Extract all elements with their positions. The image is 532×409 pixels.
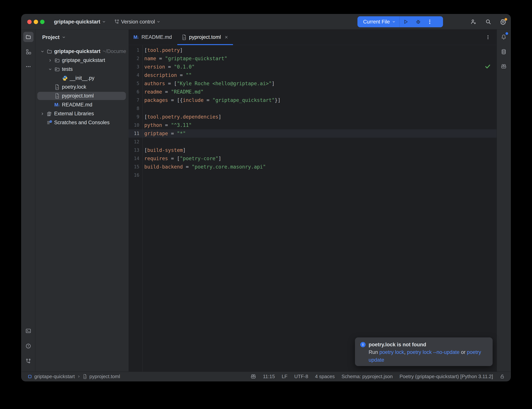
code-line-5: 5authors = ["Kyle Roche <hello@griptape.…	[128, 79, 497, 88]
tab-readme-md[interactable]: M↓README.md	[128, 29, 177, 45]
tree-item-griptape-quickstart[interactable]: griptape_quickstart	[35, 56, 128, 65]
notification-link-poetry-lock-no-update[interactable]: poetry lock --no-update	[407, 349, 460, 355]
run-button[interactable]	[399, 19, 412, 25]
tree-item-label: griptape_quickstart	[62, 57, 105, 63]
ide-window: griptape-quickstart Version control Curr…	[21, 14, 511, 381]
traffic-light-zoom[interactable]	[40, 20, 45, 24]
tree-item-scratches-and-consoles[interactable]: Scratches and Consoles	[35, 118, 128, 127]
python-interpreter-widget[interactable]: Poetry (griptape-quickstart) [Python 3.1…	[399, 374, 493, 380]
run-configuration-selector[interactable]: Current File	[358, 19, 395, 25]
traffic-light-minimize[interactable]	[34, 20, 38, 24]
title-bar: griptape-quickstart Version control Curr…	[21, 14, 511, 29]
editor-area: M↓README.md[T]pyproject.toml 1[tool.poet…	[128, 29, 497, 372]
tree-item-label: pyproject.toml	[62, 93, 94, 99]
code-line-text: name = "griptape-quickstart"	[142, 56, 227, 61]
code-line-15: 15build-backend = "poetry.core.masonry.a…	[128, 163, 497, 171]
settings-button[interactable]	[500, 19, 506, 25]
python-icon	[61, 75, 69, 81]
notifications-button[interactable]	[499, 32, 509, 42]
notification-link-poetry-lock[interactable]: poetry lock	[379, 349, 404, 355]
add-account-button[interactable]	[470, 19, 477, 25]
project-menu[interactable]: griptape-quickstart	[54, 19, 106, 25]
line-number: 6	[128, 89, 142, 94]
line-number: 2	[128, 56, 142, 61]
run-configuration-label: Current File	[363, 19, 390, 25]
pkg-folder-icon	[54, 57, 61, 63]
project-widget-icon	[28, 374, 32, 379]
ai-assistant-tool-button[interactable]	[499, 61, 509, 72]
line-number: 9	[128, 114, 142, 120]
tree-item-label: README.md	[62, 102, 92, 108]
problems-icon	[25, 343, 31, 349]
breadcrumb-project[interactable]: griptape-quickstart	[34, 374, 75, 380]
tree-toggle[interactable]	[47, 58, 54, 62]
markdown-icon: M↓	[133, 35, 139, 40]
database-tool-button[interactable]	[499, 46, 509, 57]
tab-pyproject-toml[interactable]: [T]pyproject.toml	[177, 29, 233, 45]
line-number: 8	[128, 106, 142, 111]
tree-item-tests[interactable]: tests	[35, 65, 128, 74]
inspection-status-icon[interactable]	[485, 63, 491, 70]
project-tool-button[interactable]	[23, 32, 34, 42]
chevron-down-icon	[102, 20, 106, 24]
terminal-tool-button[interactable]	[23, 326, 34, 336]
project-panel-header[interactable]: Project	[35, 29, 128, 45]
code-editor[interactable]: 1[tool.poetry]2name = "griptape-quicksta…	[128, 45, 497, 372]
structure-icon	[25, 49, 31, 55]
bell-icon	[501, 34, 507, 40]
code-line-text: build-backend = "poetry.core.masonry.api…	[142, 164, 266, 170]
caret-position-widget[interactable]: 11:15	[263, 374, 275, 380]
left-tool-rail	[21, 29, 35, 372]
code-line-6: 6readme = "README.md"	[128, 88, 497, 96]
more-tool-windows-button[interactable]	[23, 61, 34, 72]
tree-item-poetry-lock[interactable]: [T]poetry.lock	[35, 83, 128, 92]
code-line-7: 7packages = [{include = "griptape_quicks…	[128, 96, 497, 104]
tree-item-init-py[interactable]: __init__.py	[35, 74, 128, 83]
editor-tabs: M↓README.md[T]pyproject.toml	[128, 29, 497, 45]
code-line-text: [tool.poetry]	[142, 47, 183, 53]
code-line-11: 11griptape = "*"	[128, 129, 497, 138]
tree-item-pyproject-toml[interactable]: [T]pyproject.toml	[35, 92, 128, 100]
json-schema-widget[interactable]: Schema: pyproject.json	[341, 374, 393, 380]
line-number: 15	[128, 164, 142, 169]
debug-button[interactable]	[412, 19, 424, 25]
status-bar: griptape-quickstart [T] pyproject.toml 1…	[21, 372, 511, 381]
file-encoding-widget[interactable]: UTF-8	[294, 374, 308, 380]
tree-item-external-libraries[interactable]: External Libraries	[35, 109, 128, 118]
breadcrumb-file[interactable]: pyproject.toml	[89, 374, 120, 380]
more-run-options-button[interactable]	[424, 19, 435, 25]
toml-file-icon: [T]	[83, 374, 87, 379]
tree-toggle[interactable]	[39, 112, 46, 116]
line-separator-widget[interactable]: LF	[282, 374, 287, 380]
tree-item-label: Scratches and Consoles	[54, 120, 110, 126]
gutter-divider	[142, 45, 143, 372]
project-panel-title: Project	[42, 35, 60, 40]
toml-icon: [T]	[182, 35, 187, 40]
vcs-menu[interactable]: Version control	[114, 19, 161, 25]
ai-status-icon[interactable]	[250, 374, 256, 380]
tree-item-griptape-quickstart[interactable]: griptape-quickstart~/Docume	[35, 47, 128, 56]
tree-item-readme-md[interactable]: M↓README.md	[35, 100, 128, 109]
close-icon[interactable]	[224, 35, 229, 39]
version-control-tool-button[interactable]	[23, 356, 34, 366]
chevron-down-icon	[392, 20, 395, 23]
svg-text:[T]: [T]	[56, 87, 59, 89]
tree-toggle[interactable]	[39, 50, 46, 53]
editor-options-button[interactable]	[486, 35, 491, 40]
right-tool-rail	[497, 29, 511, 372]
tree-item-path-hint: ~/Docume	[103, 48, 126, 54]
problems-tool-button[interactable]	[23, 341, 34, 351]
line-number: 13	[128, 148, 142, 153]
database-icon	[501, 49, 507, 55]
tab-label: README.md	[141, 34, 172, 40]
indent-style-widget[interactable]: 4 spaces	[315, 374, 335, 380]
readonly-toggle[interactable]	[500, 374, 505, 379]
tree-toggle[interactable]	[47, 67, 54, 71]
traffic-light-close[interactable]	[27, 20, 32, 24]
structure-tool-button[interactable]	[23, 46, 34, 57]
branch-icon	[114, 19, 119, 24]
tree-item-label: tests	[62, 66, 73, 72]
code-line-text: [tool.poetry.dependencies]	[142, 114, 221, 120]
line-number: 5	[128, 81, 142, 86]
search-everywhere-button[interactable]	[485, 19, 491, 25]
